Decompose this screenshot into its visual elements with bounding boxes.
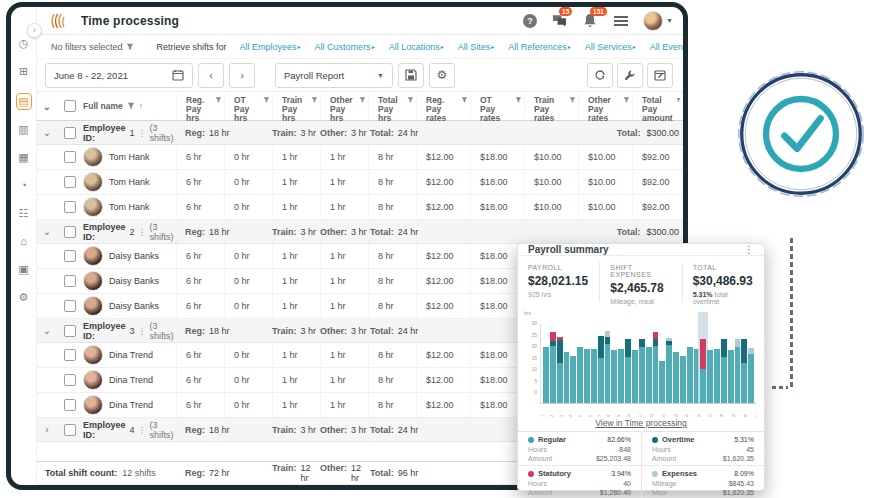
filter-link[interactable]: All Customers▸	[315, 42, 375, 52]
filter-link[interactable]: All References▸	[508, 42, 571, 52]
group-kebab-icon[interactable]: ⋮	[138, 128, 147, 138]
column-header[interactable]: OTPay rates	[470, 94, 524, 118]
table-row[interactable]: Tom Hank6 hr0 hr1 hr1 hr8 hr$12.00$18.00…	[37, 145, 683, 170]
date-range-picker[interactable]: June 8 - 22, 2021	[45, 63, 193, 88]
table-row[interactable]: Tom Hank6 hr0 hr1 hr1 hr8 hr$12.00$18.00…	[37, 170, 683, 195]
table-row[interactable]: Tom Hank6 hr0 hr1 hr1 hr8 hr$12.00$18.00…	[37, 195, 683, 220]
filter-link[interactable]: All Locations▸	[389, 42, 444, 52]
column-filter-funnel-icon[interactable]	[623, 96, 630, 104]
chart-bar[interactable]	[618, 324, 624, 403]
row-checkbox[interactable]	[64, 399, 76, 411]
chart-bar[interactable]	[605, 324, 611, 403]
group-kebab-icon[interactable]: ⋮	[138, 326, 147, 336]
column-header[interactable]: TotalPay hrs	[368, 94, 416, 118]
report-settings-button[interactable]: ⚙	[429, 63, 455, 88]
filter-link[interactable]: All Events▸	[650, 42, 688, 52]
chart-bar[interactable]	[687, 324, 693, 403]
next-period-button[interactable]: ›	[229, 63, 255, 88]
name-filter-funnel-icon[interactable]	[127, 102, 135, 110]
settings-gear-icon[interactable]: ⚙	[16, 291, 32, 306]
row-checkbox[interactable]	[64, 176, 76, 188]
filter-link[interactable]: All Services▸	[585, 42, 636, 52]
expand-chevron-icon[interactable]: ›	[37, 424, 57, 435]
help-icon[interactable]: ?	[523, 14, 537, 28]
chart-bar[interactable]	[557, 324, 563, 403]
chart-bar[interactable]	[598, 324, 604, 403]
chart-bar[interactable]	[741, 324, 747, 403]
column-filter-funnel-icon[interactable]	[311, 96, 318, 104]
column-header[interactable]: Reg.Pay rates	[416, 94, 470, 118]
column-filter-funnel-icon[interactable]	[569, 96, 576, 104]
save-report-button[interactable]	[398, 63, 424, 88]
prev-period-button[interactable]: ‹	[198, 63, 224, 88]
reports-chart-icon[interactable]: ▥	[16, 123, 32, 138]
group-checkbox[interactable]	[64, 325, 76, 337]
column-header[interactable]: OtherPay hrs	[320, 94, 368, 118]
chart-bar[interactable]	[673, 324, 679, 403]
collapse-chevron-icon[interactable]: ⌄	[37, 127, 57, 138]
row-checkbox[interactable]	[64, 201, 76, 213]
row-checkbox[interactable]	[64, 300, 76, 312]
column-filter-funnel-icon[interactable]	[359, 96, 366, 104]
row-checkbox[interactable]	[64, 275, 76, 287]
chart-bar[interactable]	[735, 324, 741, 403]
column-filter-funnel-icon[interactable]	[461, 96, 468, 104]
column-filter-funnel-icon[interactable]	[263, 96, 270, 104]
chart-bar[interactable]	[700, 324, 706, 403]
chart-bar[interactable]	[653, 324, 659, 403]
column-filter-funnel-icon[interactable]	[407, 96, 414, 104]
locations-icon[interactable]: ⌂	[16, 235, 32, 250]
time-clock-icon[interactable]: ◷	[16, 37, 32, 52]
chart-bar[interactable]	[666, 324, 672, 403]
column-filter-funnel-icon[interactable]	[215, 96, 222, 104]
column-header[interactable]: TrainPay hrs	[272, 94, 320, 118]
chart-bar[interactable]	[611, 324, 617, 403]
group-checkbox[interactable]	[64, 127, 76, 139]
chart-bar[interactable]	[748, 324, 754, 403]
sort-ascending-icon[interactable]: ↑	[139, 101, 144, 111]
chart-bar[interactable]	[550, 324, 556, 403]
payroll-module-icon[interactable]: ▤	[16, 93, 32, 110]
chart-bar[interactable]	[584, 324, 590, 403]
schedule-edit-button[interactable]	[647, 63, 673, 88]
chart-bar[interactable]	[564, 324, 570, 403]
chart-bar[interactable]	[728, 324, 734, 403]
chart-bar[interactable]	[570, 324, 576, 403]
notifications-bell-icon[interactable]: 151	[583, 13, 599, 29]
collapse-all-chevron-icon[interactable]: ⌄	[37, 101, 57, 112]
filter-link[interactable]: All Sites▸	[458, 42, 495, 52]
column-header[interactable]: OtherPay rates	[578, 94, 632, 118]
chart-bar[interactable]	[707, 324, 713, 403]
column-header[interactable]: TotalPay amount	[632, 94, 683, 118]
archive-icon[interactable]: ▣	[16, 263, 32, 278]
sidebar-collapse-button[interactable]: ›	[27, 23, 42, 38]
chart-bar[interactable]	[591, 324, 597, 403]
refresh-button[interactable]	[587, 63, 613, 88]
filter-link[interactable]: All Employees▸	[240, 42, 301, 52]
collapse-chevron-icon[interactable]: ⌄	[37, 325, 57, 336]
chart-bar[interactable]	[659, 324, 665, 403]
row-checkbox[interactable]	[64, 374, 76, 386]
apps-grid-icon[interactable]: ⊞	[16, 65, 32, 80]
full-name-header[interactable]: Full name ↑	[83, 101, 176, 111]
column-header[interactable]: Reg.Pay hrs	[176, 94, 224, 118]
column-header[interactable]: TrainPay rates	[524, 94, 578, 118]
chat-icon[interactable]: 15	[552, 13, 568, 29]
column-filter-funnel-icon[interactable]	[515, 96, 522, 104]
menu-hamburger-icon[interactable]	[614, 16, 628, 26]
tasks-clipboard-icon[interactable]: ▦	[16, 151, 32, 166]
row-checkbox[interactable]	[64, 151, 76, 163]
chart-bar[interactable]	[680, 324, 686, 403]
report-select[interactable]: Payroll Report ▼	[275, 63, 393, 88]
employee-group-row[interactable]: ⌄Employee ID:1⋮(3 shifts)Reg:18 hrTrain:…	[37, 121, 683, 145]
people-icon[interactable]: ☷	[16, 207, 32, 222]
collapse-chevron-icon[interactable]: ⌄	[37, 226, 57, 237]
tools-button[interactable]	[617, 63, 643, 88]
chart-bar[interactable]	[714, 324, 720, 403]
view-in-time-processing-link[interactable]: View in Time processing	[518, 417, 764, 431]
chart-bar[interactable]	[646, 324, 652, 403]
card-menu-kebab-icon[interactable]: ⋮	[744, 244, 754, 255]
user-avatar[interactable]	[643, 11, 663, 31]
chart-bar[interactable]	[721, 324, 727, 403]
select-all-checkbox[interactable]	[64, 100, 76, 112]
